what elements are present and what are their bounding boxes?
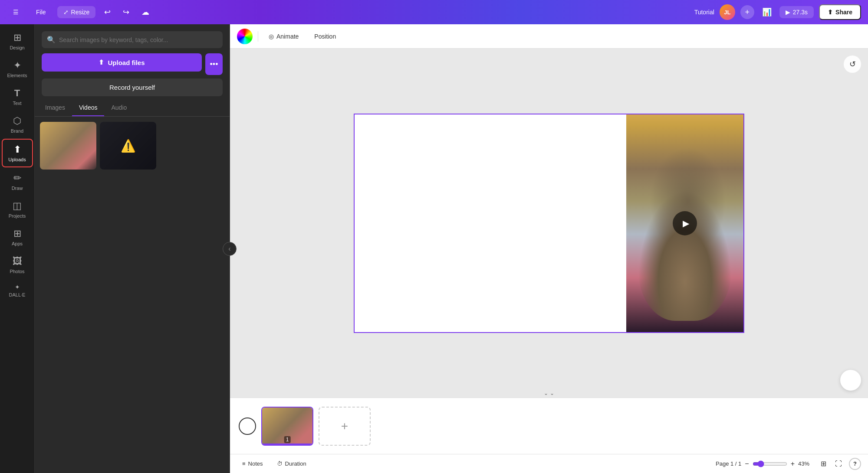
redo-button[interactable]: ↪	[119, 5, 133, 20]
canvas-toolbar: ◎ Animate Position	[230, 24, 868, 49]
zoom-minus-icon[interactable]: −	[745, 460, 749, 468]
sidebar-label-text: Text	[13, 101, 21, 106]
color-wheel[interactable]	[237, 29, 253, 44]
slide-progress-bar	[262, 444, 312, 445]
plus-icon: +	[745, 8, 750, 17]
undo-icon: ↩	[104, 7, 111, 17]
search-icon: 🔍	[47, 36, 56, 44]
position-label: Position	[314, 33, 336, 40]
sidebar-item-text[interactable]: T Text	[2, 83, 33, 110]
error-overlay: ⚠️	[100, 122, 156, 170]
search-bar: 🔍	[42, 31, 223, 48]
play-time-label: 27.3s	[793, 9, 808, 16]
main-content: ⊞ Design ✦ Elements T Text ⬡ Brand ⬆ Upl…	[0, 24, 868, 473]
position-button[interactable]: Position	[309, 30, 341, 42]
sidebar-item-projects[interactable]: ◫ Projects	[2, 196, 33, 223]
tutorial-label[interactable]: Tutorial	[694, 9, 714, 16]
slide-number: 1	[284, 436, 291, 443]
redo-icon: ↪	[123, 7, 129, 17]
grid-view-button[interactable]: ⊞	[817, 458, 830, 470]
undo-button[interactable]: ↩	[101, 5, 114, 20]
apps-icon: ⊞	[13, 228, 21, 239]
sidebar-item-photos[interactable]: 🖼 Photos	[2, 251, 33, 278]
sidebar-item-brand[interactable]: ⬡ Brand	[2, 111, 33, 138]
canvas-frame: ▶	[354, 114, 744, 333]
help-button[interactable]: ?	[849, 458, 861, 470]
share-icon: ⬆	[828, 9, 833, 16]
collapse-panel-button[interactable]: ⌄ ⌄	[539, 388, 559, 398]
record-yourself-button[interactable]: Record yourself	[42, 78, 223, 96]
sidebar-label-draw: Draw	[12, 186, 23, 191]
cloud-icon: ☁	[141, 7, 149, 17]
canvas-viewport: ▶ ↺ ✦ ⌄ ⌄	[230, 49, 868, 398]
file-button[interactable]: File	[30, 6, 52, 18]
refresh-button[interactable]: ↺	[844, 55, 861, 73]
play-overlay-button[interactable]: ▶	[673, 211, 697, 235]
upload-thumb-1[interactable]	[40, 122, 96, 170]
play-time-button[interactable]: ▶ 27.3s	[779, 6, 814, 18]
fullscreen-button[interactable]: ⛶	[832, 458, 845, 470]
tab-audio[interactable]: Audio	[104, 100, 134, 116]
cloud-button[interactable]: ☁	[138, 5, 153, 20]
canvas-video-container: ▶	[626, 114, 743, 332]
view-buttons: ⊞ ⛶	[817, 458, 845, 470]
avatar[interactable]: JL	[720, 4, 735, 20]
hide-panel-button[interactable]: ‹	[223, 242, 237, 256]
file-label: File	[36, 9, 46, 16]
animate-button[interactable]: ◎ Animate	[263, 30, 304, 42]
sidebar-item-uploads[interactable]: ⬆ Uploads	[2, 139, 33, 167]
upload-more-button[interactable]: •••	[205, 53, 223, 75]
dalle-icon: ✦	[15, 284, 20, 290]
topbar: ☰ File ⤢ Resize ↩ ↪ ☁ Tutorial JL + 📊 ▶ …	[0, 0, 868, 24]
sidebar-label-uploads: Uploads	[8, 157, 26, 162]
add-slide-button[interactable]: +	[319, 407, 371, 446]
zoom-slider-input[interactable]	[753, 460, 787, 467]
duration-button[interactable]: ⏱ Duration	[272, 458, 312, 470]
add-user-button[interactable]: +	[740, 5, 754, 19]
stats-icon[interactable]: 📊	[760, 5, 774, 20]
sidebar-item-apps[interactable]: ⊞ Apps	[2, 224, 33, 251]
filmstrip-play-button[interactable]: ▶	[239, 418, 256, 435]
sidebar-item-draw[interactable]: ✏ Draw	[2, 168, 33, 195]
tab-images[interactable]: Images	[38, 100, 72, 116]
projects-icon: ◫	[13, 200, 22, 212]
notes-label: Notes	[248, 460, 263, 467]
magic-button[interactable]: ✦	[840, 370, 861, 391]
sidebar-item-design[interactable]: ⊞ Design	[2, 28, 33, 55]
sidebar-label-projects: Projects	[9, 213, 26, 219]
share-label: Share	[835, 9, 852, 16]
notes-icon: ≡	[242, 460, 246, 467]
share-button[interactable]: ⬆ Share	[819, 4, 861, 20]
menu-icon[interactable]: ☰	[7, 6, 25, 18]
resize-button[interactable]: ⤢ Resize	[57, 6, 96, 18]
canvas-area: ◎ Animate Position	[230, 24, 868, 473]
tab-videos[interactable]: Videos	[72, 100, 105, 116]
zoom-control: − + 43%	[745, 460, 814, 468]
sidebar-label-dalle: DALL·E	[9, 292, 26, 297]
add-slide-icon: +	[341, 419, 348, 433]
canvas-left	[355, 114, 626, 332]
photos-icon: 🖼	[13, 256, 22, 267]
search-input[interactable]	[59, 36, 217, 43]
design-icon: ⊞	[13, 32, 21, 43]
upload-icon: ⬆	[99, 59, 104, 66]
slide-thumb-1[interactable]: 1	[261, 407, 313, 446]
sidebar-item-dalle[interactable]: ✦ DALL·E	[2, 279, 33, 302]
record-label: Record yourself	[109, 84, 155, 91]
bottom-bar: ≡ Notes ⏱ Duration Page 1 / 1 − + 43% ⊞ …	[230, 454, 868, 473]
resize-icon: ⤢	[63, 9, 69, 16]
canvas-video[interactable]: ▶	[626, 114, 743, 332]
notes-button[interactable]: ≡ Notes	[237, 458, 268, 470]
uploads-panel: 🔍 ⬆ Upload files ••• Record yourself Ima…	[35, 24, 230, 473]
play-icon: ▶	[786, 9, 790, 16]
animate-label: Animate	[276, 33, 299, 40]
uploads-grid: ⚠️	[35, 117, 230, 175]
upload-btn-row: ⬆ Upload files •••	[42, 53, 223, 75]
upload-files-button[interactable]: ⬆ Upload files	[42, 53, 202, 72]
zoom-plus-icon[interactable]: +	[791, 460, 795, 468]
sidebar-item-elements[interactable]: ✦ Elements	[2, 55, 33, 82]
sidebar-label-photos: Photos	[10, 269, 24, 274]
chevron-down-icon: ⌄ ⌄	[544, 390, 554, 396]
filmstrip: ▶ 1 +	[230, 398, 868, 454]
upload-thumb-2[interactable]: ⚠️	[100, 122, 156, 170]
